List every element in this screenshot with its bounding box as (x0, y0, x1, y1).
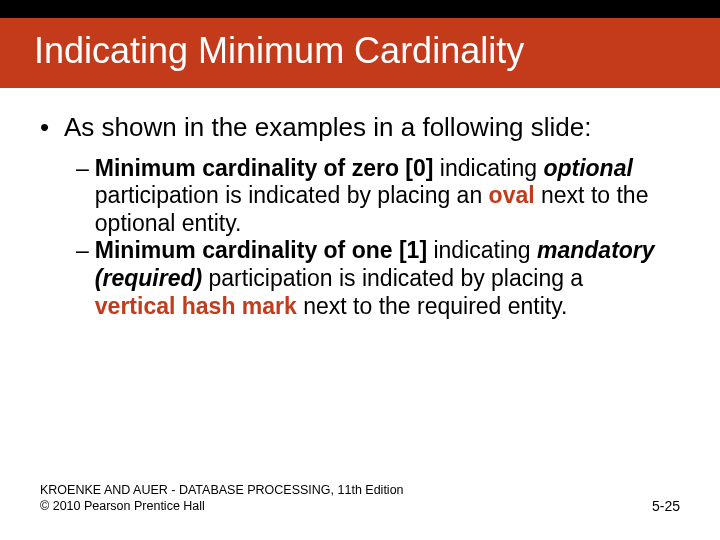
sub1-mid1: indicating (433, 155, 543, 181)
sub1-text: Minimum cardinality of zero [0] indicati… (95, 155, 664, 238)
bullet-dash: – (76, 237, 95, 320)
footer-left: KROENKE AND AUER - DATABASE PROCESSING, … (40, 482, 404, 515)
slide-body: • As shown in the examples in a followin… (0, 88, 720, 320)
slide-title: Indicating Minimum Cardinality (0, 18, 720, 88)
page-number: 5-25 (652, 498, 680, 514)
bullet-level-2-item: – Minimum cardinality of zero [0] indica… (76, 155, 664, 238)
sub2-text: Minimum cardinality of one [1] indicatin… (95, 237, 664, 320)
sub2-tail: next to the required entity. (297, 293, 568, 319)
footer-line1: KROENKE AND AUER - DATABASE PROCESSING, … (40, 482, 404, 498)
sub2-hash: vertical hash mark (95, 293, 297, 319)
sub2-mid1: indicating (427, 237, 537, 263)
sub1-optional: optional (543, 155, 632, 181)
sub1-oval: oval (489, 182, 535, 208)
title-text: Indicating Minimum Cardinality (34, 30, 524, 71)
bullet-dot: • (40, 112, 64, 143)
bullet-dash: – (76, 155, 95, 238)
slide-footer: KROENKE AND AUER - DATABASE PROCESSING, … (40, 482, 680, 515)
sub1-mid2: participation is indicated by placing an (95, 182, 489, 208)
footer-line2: © 2010 Pearson Prentice Hall (40, 498, 404, 514)
top-black-bar (0, 0, 720, 18)
sub1-lead: Minimum cardinality of zero [0] (95, 155, 434, 181)
sub2-lead: Minimum cardinality of one [1] (95, 237, 427, 263)
bullet-level-1: • As shown in the examples in a followin… (40, 112, 664, 143)
sub2-mid2: participation is indicated by placing a (202, 265, 583, 291)
bullet-level-2-item: – Minimum cardinality of one [1] indicat… (76, 237, 664, 320)
bullet-1-text: As shown in the examples in a following … (64, 112, 592, 143)
